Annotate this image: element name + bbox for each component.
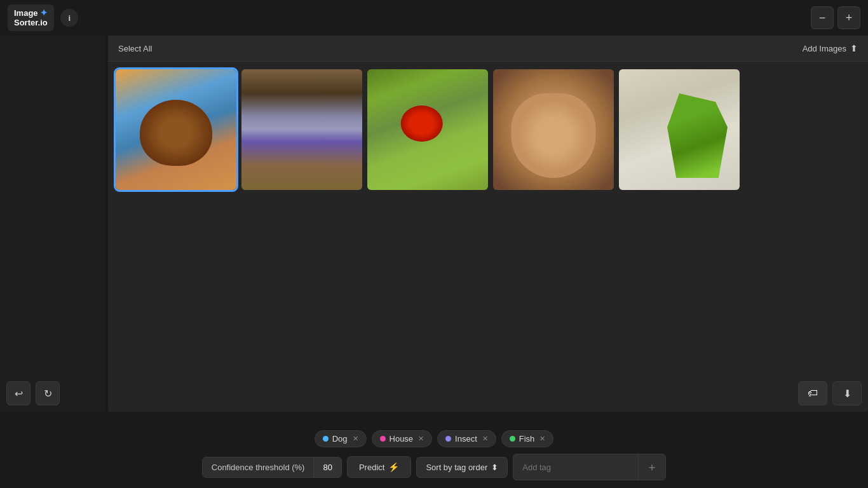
redo-button[interactable]: ↻ bbox=[36, 381, 60, 405]
bolt-icon: ⚡ bbox=[388, 462, 399, 472]
tag-remove-house[interactable]: ✕ bbox=[418, 435, 424, 443]
predict-label: Predict bbox=[359, 463, 384, 472]
tag-panel-button[interactable]: 🏷 bbox=[798, 381, 827, 405]
select-all-button[interactable]: Select All bbox=[118, 44, 152, 53]
predict-button[interactable]: Predict ⚡ bbox=[347, 456, 411, 478]
image-card-water[interactable] bbox=[241, 69, 362, 190]
confidence-group: Confidence threshold (%) 80 bbox=[202, 457, 342, 478]
zoom-in-button[interactable]: + bbox=[837, 6, 860, 29]
bottom-controls: Confidence threshold (%) 80 Predict ⚡ So… bbox=[202, 454, 666, 480]
zoom-controls: − + bbox=[811, 6, 860, 29]
download-button[interactable]: ⬇ bbox=[832, 381, 862, 405]
tag-remove-insect[interactable]: ✕ bbox=[482, 435, 488, 443]
undo-button[interactable]: ↩ bbox=[6, 381, 31, 405]
tag-icon: 🏷 bbox=[808, 388, 818, 399]
image-card-ladybug[interactable] bbox=[367, 69, 488, 190]
info-button[interactable]: i bbox=[60, 9, 78, 27]
tag-chip-dog[interactable]: Dog ✕ bbox=[315, 430, 367, 447]
tag-dot-insect bbox=[445, 436, 451, 442]
tag-remove-dog[interactable]: ✕ bbox=[353, 435, 358, 443]
add-images-button[interactable]: Add Images ⬆ bbox=[803, 43, 858, 53]
tag-label-insect: Insect bbox=[455, 434, 477, 444]
sort-button[interactable]: Sort by tag order ⬍ bbox=[416, 457, 508, 478]
bottom-right-actions: 🏷 ⬇ bbox=[792, 375, 868, 412]
tag-label-dog: Dog bbox=[332, 434, 348, 444]
logo-area: Image ✦ Sorter.io i bbox=[8, 4, 78, 31]
tags-row: Dog ✕ House ✕ Insect ✕ Fish ✕ bbox=[315, 430, 554, 447]
bottom-left-actions: ↩ ↻ bbox=[0, 375, 66, 412]
zoom-out-button[interactable]: − bbox=[811, 6, 834, 29]
add-tag-input[interactable] bbox=[513, 458, 638, 477]
tag-dot-house bbox=[380, 436, 386, 442]
tag-dot-fish bbox=[510, 436, 515, 442]
tag-label-house: House bbox=[390, 434, 414, 444]
app-logo: Image ✦ Sorter.io bbox=[8, 4, 54, 31]
logo-text-line1: Image ✦ bbox=[14, 8, 48, 18]
add-tag-plus-button[interactable]: ＋ bbox=[638, 454, 665, 480]
bottom-bar: Dog ✕ House ✕ Insect ✕ Fish ✕ Confidence… bbox=[0, 412, 868, 488]
left-sidebar bbox=[0, 36, 105, 412]
tag-chip-insect[interactable]: Insect ✕ bbox=[437, 430, 496, 447]
image-grid bbox=[108, 62, 868, 198]
image-card-beagle[interactable] bbox=[493, 69, 614, 190]
logo-text-line2: Sorter.io bbox=[14, 18, 48, 27]
add-tag-group: ＋ bbox=[513, 454, 666, 480]
tag-remove-fish[interactable]: ✕ bbox=[539, 435, 545, 443]
tag-chip-house[interactable]: House ✕ bbox=[372, 430, 433, 447]
panel-header: Select All Add Images ⬆ bbox=[108, 36, 868, 62]
confidence-label: Confidence threshold (%) bbox=[203, 458, 315, 477]
image-card-mantis[interactable] bbox=[619, 69, 740, 190]
confidence-value: 80 bbox=[314, 458, 341, 477]
upload-icon: ⬆ bbox=[850, 43, 858, 53]
add-images-label: Add Images bbox=[803, 44, 846, 53]
sort-label: Sort by tag order bbox=[426, 463, 487, 472]
sort-icon: ⬍ bbox=[491, 463, 498, 472]
download-icon: ⬇ bbox=[843, 388, 851, 400]
tag-chip-fish[interactable]: Fish ✕ bbox=[501, 430, 554, 447]
app-header: Image ✦ Sorter.io i − + bbox=[0, 0, 868, 36]
tag-label-fish: Fish bbox=[519, 434, 535, 444]
content-panel: Select All Add Images ⬆ bbox=[108, 36, 868, 412]
image-card-dog[interactable] bbox=[116, 69, 236, 190]
tag-dot-dog bbox=[323, 436, 329, 442]
